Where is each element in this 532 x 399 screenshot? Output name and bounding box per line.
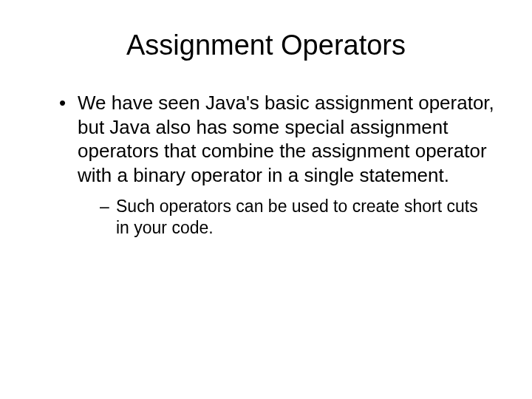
bullet-list: We have seen Java's basic assignment ope… [37,91,495,239]
sub-item: Such operators can be used to create sho… [100,196,495,239]
sub-list: Such operators can be used to create sho… [78,196,495,239]
bullet-text: We have seen Java's basic assignment ope… [78,92,494,186]
sub-item-text: Such operators can be used to create sho… [116,197,478,237]
slide-title: Assignment Operators [37,30,495,61]
bullet-item: We have seen Java's basic assignment ope… [59,91,495,239]
